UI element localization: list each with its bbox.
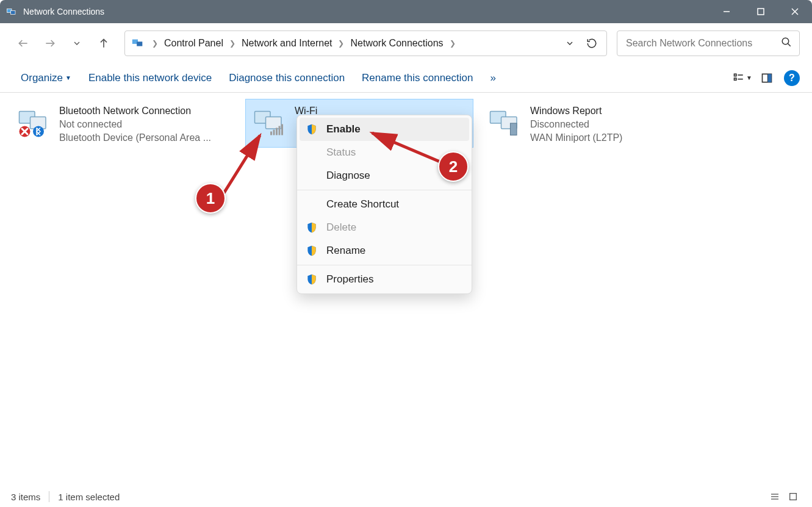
svg-rect-39 [790, 494, 797, 500]
svg-rect-33 [511, 123, 517, 135]
app-icon [6, 6, 17, 17]
search-input[interactable] [625, 37, 781, 49]
svg-point-11 [782, 38, 789, 45]
back-button[interactable] [12, 32, 34, 54]
status-bar: 3 items 1 item selected [0, 486, 812, 507]
shield-icon [306, 123, 318, 135]
minimize-button[interactable] [710, 0, 744, 23]
chevron-right-icon[interactable]: ❯ [226, 39, 239, 48]
svg-rect-3 [758, 9, 764, 15]
content-area: Bluetooth Network Connection Not connect… [0, 93, 812, 486]
context-menu-enable[interactable]: Enable [300, 118, 469, 141]
svg-rect-10 [137, 41, 142, 46]
shield-icon [306, 245, 318, 257]
chevron-right-icon[interactable]: ❯ [148, 39, 162, 48]
shield-icon [306, 273, 318, 286]
enable-device-button[interactable]: Enable this network device [80, 68, 220, 88]
connection-name: Bluetooth Network Connection [59, 104, 211, 118]
connection-status: Not connected [59, 118, 211, 131]
breadcrumb-network-connections[interactable]: Network Connections [348, 35, 445, 51]
refresh-button[interactable] [581, 32, 603, 54]
connection-detail: Bluetooth Device (Personal Area ... [59, 131, 211, 145]
svg-rect-26 [270, 132, 272, 135]
network-adapter-icon [13, 102, 57, 145]
breadcrumb-network-internet[interactable]: Network and Internet [239, 35, 335, 51]
location-icon [131, 37, 145, 50]
shield-icon [306, 221, 318, 234]
context-menu-delete: Delete [297, 216, 472, 239]
svg-rect-13 [735, 74, 736, 76]
close-button[interactable] [778, 0, 812, 23]
help-button[interactable]: ? [784, 70, 800, 86]
address-bar[interactable]: ❯ Control Panel ❯ Network and Internet ❯… [124, 31, 607, 56]
connection-item-windows-report[interactable]: Windows Report Disconnected WAN Miniport… [481, 99, 709, 148]
recent-locations-button[interactable] [66, 32, 88, 54]
diagnose-connection-button[interactable]: Diagnose this connection [220, 68, 353, 88]
search-icon[interactable] [781, 37, 792, 50]
menu-separator [297, 190, 472, 190]
chevron-right-icon[interactable]: ❯ [334, 39, 348, 48]
context-menu: Enable Status Diagnose Create Shortcut D… [296, 115, 472, 294]
context-menu-properties[interactable]: Properties [297, 268, 472, 291]
svg-line-12 [788, 43, 791, 46]
address-dropdown-button[interactable] [559, 32, 581, 54]
window-title: Network Connections [23, 7, 104, 16]
connection-status: Disconnected [530, 118, 622, 131]
organize-button[interactable]: Organize▼ [12, 68, 80, 88]
network-adapter-icon [484, 102, 528, 145]
command-bar: Organize▼ Enable this network device Dia… [0, 63, 812, 93]
caret-down-icon: ▼ [746, 74, 752, 81]
maximize-button[interactable] [744, 0, 778, 23]
preview-pane-button[interactable] [757, 68, 777, 88]
caret-down-icon: ▼ [65, 74, 71, 81]
large-icons-view-button[interactable] [785, 490, 801, 503]
svg-rect-27 [273, 130, 275, 135]
separator [49, 491, 49, 502]
forward-button[interactable] [39, 32, 61, 54]
connection-detail: WAN Miniport (L2TP) [530, 131, 622, 145]
chevron-right-icon[interactable]: ❯ [446, 39, 459, 48]
annotation-badge-1: 1 [195, 183, 226, 214]
annotation-badge-2: 2 [438, 151, 469, 182]
context-menu-create-shortcut[interactable]: Create Shortcut [297, 193, 472, 216]
rename-connection-button[interactable]: Rename this connection [353, 68, 481, 88]
up-button[interactable] [93, 32, 115, 54]
title-bar: Network Connections [0, 0, 812, 23]
connection-item-bluetooth[interactable]: Bluetooth Network Connection Not connect… [10, 99, 238, 148]
navigation-row: ❯ Control Panel ❯ Network and Internet ❯… [0, 23, 812, 63]
svg-rect-19 [768, 74, 772, 82]
details-view-button[interactable] [767, 490, 783, 503]
menu-separator [297, 265, 472, 265]
status-item-count: 3 items [11, 492, 40, 502]
status-selected-count: 1 item selected [58, 492, 120, 502]
search-box[interactable] [617, 31, 800, 56]
connection-name: Windows Report [530, 104, 622, 118]
svg-rect-1 [11, 11, 16, 15]
context-menu-rename[interactable]: Rename [297, 239, 472, 262]
network-adapter-icon [248, 102, 292, 145]
view-options-button[interactable]: ▼ [733, 68, 752, 88]
overflow-button[interactable]: » [481, 68, 504, 88]
svg-rect-28 [276, 128, 278, 135]
svg-rect-29 [279, 126, 281, 135]
svg-rect-30 [281, 124, 283, 135]
breadcrumb-control-panel[interactable]: Control Panel [162, 35, 226, 51]
svg-rect-14 [735, 78, 736, 80]
svg-point-23 [33, 126, 44, 137]
